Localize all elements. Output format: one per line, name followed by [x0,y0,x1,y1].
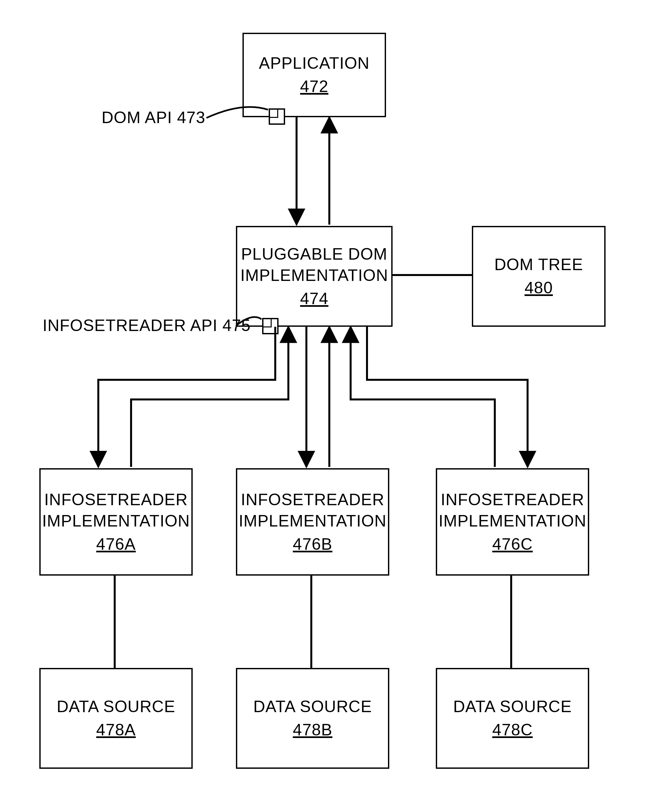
port-infosetreader-api [262,318,279,334]
node-reader-a-label: INFOSETREADER IMPLEMENTATION [42,489,190,532]
node-reader-b-label: INFOSETREADER IMPLEMENTATION [238,489,386,532]
node-dom-tree-label: DOM TREE [495,254,583,275]
node-reader-b-ref: 476B [293,534,333,555]
node-pluggable-dom: PLUGGABLE DOM IMPLEMENTATION 474 [236,226,392,327]
port-dom-api [269,109,285,125]
node-source-c: DATA SOURCE 478C [436,668,589,769]
node-application-label: APPLICATION [259,53,370,74]
node-source-a-ref: 478A [97,719,136,741]
node-reader-a-ref: 476A [97,534,136,555]
node-pluggable-ref: 474 [300,288,328,309]
node-source-b: DATA SOURCE 478B [236,668,389,769]
node-source-a: DATA SOURCE 478A [39,668,193,769]
node-source-c-ref: 478C [492,719,533,741]
node-reader-c-label: INFOSETREADER IMPLEMENTATION [438,489,586,532]
label-dom-api: DOM API 473 [101,108,206,127]
diagram-canvas: APPLICATION 472 DOM API 473 PLUGGABLE DO… [0,0,657,812]
node-application-ref: 472 [300,76,328,97]
node-application: APPLICATION 472 [243,33,386,117]
node-dom-tree: DOM TREE 480 [472,226,606,327]
node-pluggable-label: PLUGGABLE DOM IMPLEMENTATION [240,244,388,286]
node-reader-c-ref: 476C [492,534,533,555]
node-source-b-ref: 478B [293,719,333,741]
node-source-a-label: DATA SOURCE [57,696,175,717]
node-reader-c: INFOSETREADER IMPLEMENTATION 476C [436,468,589,576]
node-dom-tree-ref: 480 [525,277,553,299]
node-source-b-label: DATA SOURCE [253,696,372,717]
node-reader-b: INFOSETREADER IMPLEMENTATION 476B [236,468,389,576]
node-source-c-label: DATA SOURCE [453,696,572,717]
node-reader-a: INFOSETREADER IMPLEMENTATION 476A [39,468,193,576]
label-infosetreader-api: INFOSETREADER API 475 [43,316,251,335]
